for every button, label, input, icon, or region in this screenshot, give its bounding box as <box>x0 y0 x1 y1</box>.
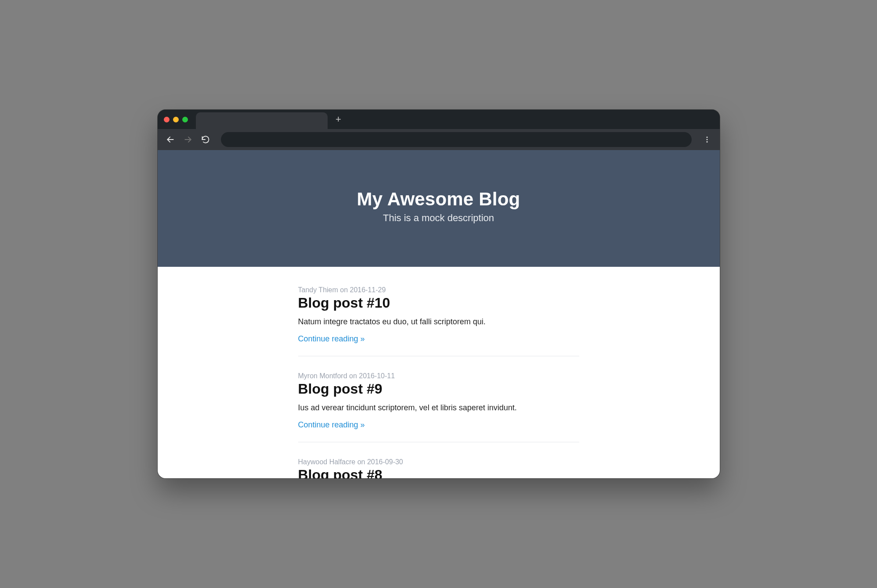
plus-icon: + <box>336 114 341 125</box>
continue-reading-link[interactable]: Continue reading » <box>298 334 365 343</box>
back-button[interactable] <box>164 133 177 146</box>
svg-point-4 <box>706 141 707 143</box>
browser-tab[interactable] <box>196 112 328 129</box>
address-bar[interactable] <box>221 132 692 147</box>
meta-joiner: on <box>338 286 350 294</box>
post-meta: Tandy Thiem on 2016-11-29 <box>298 286 579 294</box>
post-meta: Myron Montford on 2016-10-11 <box>298 372 579 380</box>
hero: My Awesome Blog This is a mock descripti… <box>158 150 720 267</box>
meta-joiner: on <box>355 458 367 466</box>
svg-point-3 <box>706 139 707 140</box>
reload-button[interactable] <box>199 133 212 146</box>
minimize-window-button[interactable] <box>173 117 179 122</box>
arrow-right-icon <box>184 135 192 144</box>
post-item: Haywood Halfacre on 2016-09-30 Blog post… <box>298 458 579 478</box>
post-author: Tandy Thiem <box>298 286 338 294</box>
tab-strip: + <box>158 110 720 129</box>
meta-joiner: on <box>347 372 359 380</box>
browser-window: + My Awesome Blog This is a mock descrip… <box>158 110 720 478</box>
close-window-button[interactable] <box>164 117 170 122</box>
browser-toolbar <box>158 129 720 150</box>
svg-point-2 <box>706 136 707 138</box>
maximize-window-button[interactable] <box>182 117 188 122</box>
post-title[interactable]: Blog post #9 <box>298 381 579 397</box>
continue-reading-link[interactable]: Continue reading » <box>298 420 365 429</box>
forward-button[interactable] <box>181 133 195 146</box>
post-excerpt: Ius ad verear tincidunt scriptorem, vel … <box>298 403 579 412</box>
site-title: My Awesome Blog <box>166 189 711 210</box>
post-author: Myron Montford <box>298 372 347 380</box>
post-author: Haywood Halfacre <box>298 458 356 466</box>
post-feed: Tandy Thiem on 2016-11-29 Blog post #10 … <box>298 267 579 478</box>
post-item: Tandy Thiem on 2016-11-29 Blog post #10 … <box>298 286 579 356</box>
window-controls <box>164 117 188 122</box>
post-title[interactable]: Blog post #8 <box>298 467 579 478</box>
kebab-icon <box>703 136 711 143</box>
reload-icon <box>201 135 210 144</box>
post-title[interactable]: Blog post #10 <box>298 295 579 311</box>
page-viewport: My Awesome Blog This is a mock descripti… <box>158 150 720 478</box>
site-subtitle: This is a mock description <box>166 212 711 224</box>
arrow-left-icon <box>166 135 175 144</box>
post-date: 2016-09-30 <box>367 458 403 466</box>
post-excerpt: Natum integre tractatos eu duo, ut falli… <box>298 317 579 326</box>
post-date: 2016-10-11 <box>359 372 395 380</box>
browser-menu-button[interactable] <box>700 133 714 146</box>
post-date: 2016-11-29 <box>350 286 386 294</box>
new-tab-button[interactable]: + <box>332 113 345 126</box>
post-item: Myron Montford on 2016-10-11 Blog post #… <box>298 372 579 442</box>
post-meta: Haywood Halfacre on 2016-09-30 <box>298 458 579 466</box>
